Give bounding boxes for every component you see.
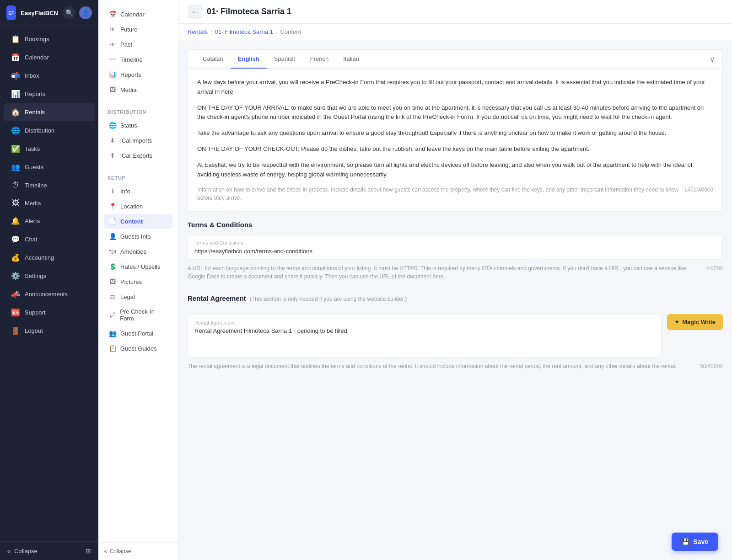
timeline-icon: ⏱ [11,181,20,189]
sub-sidebar-item-legal[interactable]: ⚖ Legal [104,289,172,304]
sub-sidebar-top-section: 📅 Calendar ✈ Future ✈ Past 〰 Timeline 📊 … [98,0,178,100]
sub-sidebar-item-content[interactable]: 📄 Content [104,214,172,229]
sidebar-item-label: Settings [25,272,46,279]
sidebar-item-calendar[interactable]: 📅 Calendar [4,48,95,66]
content-para-3: Take the advantage to ask any questions … [197,128,713,138]
sidebar-item-label: Calendar [25,54,49,61]
sub-sidebar-item-amenities[interactable]: 🍽 Amenities [104,244,172,259]
sub-sidebar: 📅 Calendar ✈ Future ✈ Past 〰 Timeline 📊 … [98,0,178,560]
expand-tabs-icon[interactable]: ∨ [710,55,715,64]
sidebar-item-timeline[interactable]: ⏱ Timeline [4,176,95,194]
sidebar-item-media[interactable]: 🖼 Media [4,194,95,212]
sidebar-item-rentals[interactable]: 🏠 Rentals [4,103,95,121]
sidebar-header-icons: 🔍 👤 [63,6,92,19]
tab-english[interactable]: English [231,50,267,69]
collapse-arrows-icon: « [7,548,11,555]
sidebar-item-reports[interactable]: 📊 Reports [4,85,95,103]
bookings-icon: 📋 [11,35,20,43]
rental-field-wrapper: Rental Agreement [188,314,662,357]
sub-sidebar-item-past[interactable]: ✈ Past [104,37,172,52]
user-avatar[interactable]: 👤 [79,6,92,19]
save-bar: 💾 Save [672,533,718,551]
sidebar-item-logout[interactable]: 🚪 Logout [4,322,95,340]
sub-status-icon: 🌐 [108,122,117,129]
sidebar-item-label: Chat [25,236,37,243]
sub-sidebar-item-guest-guides[interactable]: 📋 Guest Guides [104,341,172,356]
sidebar-item-label: Bookings [25,36,49,43]
app-name: EasyFlatBCN [21,10,58,16]
tab-italian[interactable]: Italian [336,50,366,69]
tab-french[interactable]: French [303,50,336,69]
sidebar-item-label: Alerts [25,218,40,224]
sub-sidebar-item-ical-exports[interactable]: ⬆ iCal Exports [104,148,172,163]
rental-hint-text: The rental agreement is a legal document… [188,362,700,370]
sidebar-item-support[interactable]: 🆘 Support [4,304,95,321]
save-button[interactable]: 💾 Save [672,533,718,551]
sidebar-item-label: Accounting [25,254,54,261]
sidebar-item-distribution[interactable]: 🌐 Distribution [4,122,95,139]
sidebar-item-guests[interactable]: 👥 Guests [4,158,95,176]
rental-agreement-input[interactable] [194,327,655,350]
support-icon: 🆘 [11,308,20,317]
reports-icon: 📊 [11,90,20,98]
sidebar-item-label: Rentals [25,109,45,116]
sidebar-item-chat[interactable]: 💬 Chat [4,230,95,248]
sidebar-item-settings[interactable]: ⚙️ Settings [4,267,95,285]
sub-sidebar-item-rates[interactable]: 💲 Rates / Upsells [104,259,172,274]
content-para-5: At Easyflat, we try to be respectful wit… [197,160,713,180]
sub-sidebar-item-guest-portal[interactable]: 👥 Guest Portal [104,326,172,341]
tab-catalan[interactable]: Catalan [195,50,231,69]
breadcrumb-rentals[interactable]: Rentals [188,28,208,35]
grid-icon[interactable]: ⊞ [86,547,91,555]
sub-sidebar-item-pictures[interactable]: 🖼 Pictures [104,274,172,289]
magic-write-icon: ✦ [674,319,679,325]
content-hint-text: Information on how to arrive and the che… [197,186,684,202]
sidebar-header: EF EasyFlatBCN 🔍 👤 [0,0,98,26]
sub-sidebar-item-future[interactable]: ✈ Future [104,22,172,37]
sub-info-icon: ℹ [108,187,117,195]
breadcrumb-rental-name[interactable]: 01· Filmoteca Sarria 1 [215,28,273,35]
sidebar-item-accounting[interactable]: 💰 Accounting [4,249,95,267]
sub-collapse-button[interactable]: « Collapse [104,548,172,555]
sidebar-item-label: Distribution [25,127,54,134]
back-button[interactable]: ← [188,5,202,19]
sub-sidebar-item-calendar[interactable]: 📅 Calendar [104,7,172,21]
setup-section-title: Setup [104,172,172,183]
logout-icon: 🚪 [11,326,20,335]
sub-sidebar-item-ical-imports[interactable]: ⬇ iCal Imports [104,133,172,148]
sub-sidebar-item-status[interactable]: 🌐 Status [104,118,172,133]
sub-sidebar-item-info[interactable]: ℹ Info [104,184,172,198]
sub-rates-icon: 💲 [108,263,117,270]
tab-spanish[interactable]: Spanish [267,50,303,69]
main-content: ← 01· Filmoteca Sarria 1 Rentals / 01· F… [178,0,732,560]
sub-sidebar-setup-section: Setup ℹ Info 📍 Location 📄 Content 👤 Gues… [98,166,178,359]
sub-content-icon: 📄 [108,218,117,225]
terms-input[interactable] [194,248,716,255]
sidebar-collapse-button[interactable]: « Collapse [7,548,38,555]
sidebar-item-announcements[interactable]: 📣 Announcements [4,285,95,303]
terms-hint-count: 44/200 [706,264,723,281]
sub-sidebar-item-pre-checkin[interactable]: 🖊 Pre Check-In Form [104,304,172,325]
sub-guest-guides-icon: 📋 [108,345,117,352]
sub-sidebar-item-location[interactable]: 📍 Location [104,199,172,213]
distribution-section-title: Distribution [104,107,172,117]
save-label: Save [693,538,708,545]
breadcrumb: Rentals / 01· Filmoteca Sarria 1 / Conte… [178,24,732,40]
sub-sidebar-item-guests-info[interactable]: 👤 Guests Info [104,229,172,244]
sub-media-icon: 🖼 [108,86,117,93]
sidebar-item-bookings[interactable]: 📋 Bookings [4,30,95,48]
search-icon[interactable]: 🔍 [63,6,75,19]
sub-sidebar-item-timeline[interactable]: 〰 Timeline [104,52,172,67]
magic-write-button[interactable]: ✦ Magic Write [667,314,723,330]
sub-reports-icon: 📊 [108,71,117,78]
sidebar-item-tasks[interactable]: ✅ Tasks [4,140,95,158]
rental-field-row: Rental Agreement ✦ Magic Write [188,314,723,357]
sidebar-item-alerts[interactable]: 🔔 Alerts [4,212,95,230]
sub-sidebar-item-reports[interactable]: 📊 Reports [104,67,172,82]
sub-guests-info-icon: 👤 [108,233,117,240]
breadcrumb-sep-1: / [210,28,212,35]
sub-sidebar-item-media[interactable]: 🖼 Media [104,82,172,97]
terms-section: Terms & Conditions Terms and Conditions … [188,221,723,281]
sidebar-item-inbox[interactable]: 📬 Inbox [4,67,95,85]
sub-ical-imports-icon: ⬇ [108,137,117,144]
